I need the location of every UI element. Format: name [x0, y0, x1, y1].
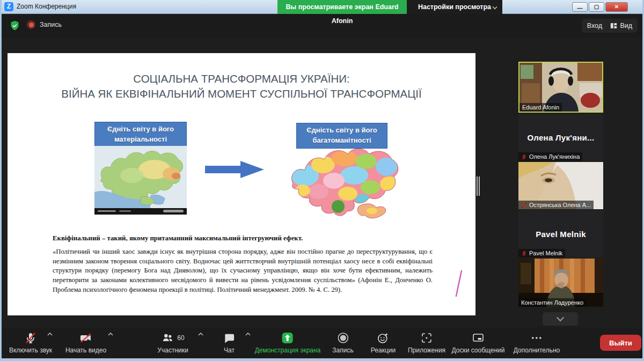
viewing-screen-banner: Вы просматриваете экран Eduard Afonin [277, 0, 407, 14]
participant-name-label: Острянська Олена А... [518, 201, 594, 209]
whiteboard-icon [472, 331, 485, 344]
whiteboards-button[interactable]: Доски сообщений [451, 331, 504, 354]
apps-label: Приложения [408, 347, 445, 354]
view-settings-label: Настройки просмотра [418, 3, 491, 11]
share-screen-icon [281, 331, 294, 344]
chevron-down-icon [557, 314, 564, 321]
ukraine-physical-map [94, 146, 187, 215]
video-tile-pavel-melnik[interactable]: Pavel Melnik Pavel Melnik [518, 210, 603, 257]
slide-title: СОЦІАЛЬНА ТРАНСФОРМАЦІЯ УКРАЇНИ: ВІЙНА Я… [8, 71, 475, 101]
view-button[interactable]: Вид [605, 19, 638, 33]
chat-button[interactable]: Чат [223, 331, 236, 354]
whiteboards-label: Доски сообщений [451, 347, 504, 354]
login-label: Вход [587, 19, 602, 33]
window-border-bottom [0, 358, 644, 361]
gallery-view-icon [610, 23, 617, 29]
reactions-icon [377, 331, 390, 344]
audio-options-caret[interactable] [47, 332, 53, 336]
more-button[interactable]: Дополнительно [514, 331, 560, 354]
zoom-app-icon: Z [4, 2, 13, 11]
record-icon [336, 331, 349, 344]
zoom-window: Z Zoom Конференция Вы просматриваете экр… [0, 0, 644, 361]
reactions-button[interactable]: Реакции [371, 331, 396, 354]
start-video-label: Начать видео [65, 347, 106, 354]
participants-count: 60 [177, 334, 184, 342]
window-title: Zoom Конференция [17, 3, 76, 10]
meeting-header: Запись Вход Вид [0, 14, 644, 38]
minimize-button[interactable]: — [572, 2, 588, 12]
slide-title-line2: ВІЙНА ЯК ЕКВІФІНАЛЬНИЙ МОМЕНТ СУСПІЛЬНОЇ… [8, 86, 475, 101]
participant-name-text: Острянська Олена А... [529, 202, 591, 208]
shared-screen-slide: СОЦІАЛЬНА ТРАНСФОРМАЦІЯ УКРАЇНИ: ВІЙНА Я… [8, 53, 475, 315]
apps-icon [420, 331, 433, 344]
muted-mic-icon [521, 251, 527, 256]
recording-label: Запись [40, 21, 62, 28]
recording-indicator[interactable]: Запись [27, 20, 62, 29]
slide-definition: Еквіфінальний – такий, якому притаманний… [53, 234, 433, 242]
ukraine-regions-map [284, 142, 406, 225]
bottom-toolbar: Включить звук Начать видео [0, 327, 644, 358]
maximize-button[interactable]: ▢ [589, 2, 604, 12]
view-label: Вид [620, 19, 632, 33]
leave-meeting-button[interactable]: Выйти [600, 335, 641, 351]
meeting-main-area: СОЦІАЛЬНА ТРАНСФОРМАЦІЯ УКРАЇНИ: ВІЙНА Я… [0, 38, 644, 327]
share-screen-button[interactable]: Демонстрация экрана [255, 331, 321, 354]
start-video-button[interactable]: Начать видео [65, 331, 106, 354]
video-options-caret[interactable] [107, 332, 114, 336]
apps-button[interactable]: Приложения [408, 331, 445, 354]
participant-name-label: Олена Лук'янихіна [518, 152, 582, 161]
video-tile-konstantin-ladurenko[interactable]: Константин Ладуренко [518, 259, 603, 307]
window-border-left [0, 0, 2, 361]
transformation-arrow [205, 160, 264, 179]
chat-options-caret[interactable] [245, 332, 251, 336]
slide-title-line1: СОЦІАЛЬНА ТРАНСФОРМАЦІЯ УКРАЇНИ: [8, 71, 475, 86]
muted-mic-icon [521, 154, 527, 160]
titlebar: Z Zoom Конференция Вы просматриваете экр… [0, 0, 644, 14]
reactions-label: Реакции [371, 347, 396, 354]
participant-name-label: Eduard Afonin [519, 103, 562, 112]
login-button[interactable]: Вход [582, 19, 608, 33]
record-dot-icon [27, 20, 35, 29]
panel-resize-handle[interactable] [477, 176, 480, 196]
more-dots-icon [530, 331, 543, 344]
participants-options-caret[interactable] [197, 332, 204, 336]
chat-icon [223, 332, 236, 344]
muted-mic-icon [521, 202, 527, 208]
annotation-pen-mark [453, 269, 465, 298]
unmute-button[interactable]: Включить звук [9, 331, 52, 354]
security-shield-icon[interactable] [9, 20, 20, 31]
participants-icon [161, 331, 174, 344]
video-tile-ostrianska-olena[interactable]: Острянська Олена А... [518, 162, 603, 209]
video-tile-olena-lukianykhina[interactable]: Олена Лук'яни... Олена Лук'янихіна [518, 114, 603, 161]
slide-quote: «Політичний чи інший хаос завжди існує я… [53, 247, 433, 294]
participants-button[interactable]: 60 Участники [157, 331, 188, 354]
video-off-icon [79, 331, 93, 344]
record-label: Запись [332, 347, 353, 354]
chevron-down-icon [492, 4, 497, 9]
left-map-caption: Єдніть світу в його матеріальності [94, 122, 187, 148]
view-settings-button[interactable]: Настройки просмотра [407, 0, 502, 14]
record-button[interactable]: Запись [332, 331, 353, 354]
muted-mic-icon [24, 331, 37, 344]
participants-label: Участники [157, 347, 188, 354]
chat-label: Чат [224, 347, 235, 354]
window-controls: — ▢ ✕ [571, 2, 628, 12]
more-label: Дополнительно [514, 347, 560, 354]
participants-scroll-down-button[interactable] [543, 312, 578, 326]
participant-name-label: Pavel Melnik [518, 249, 565, 257]
participant-name-text: Pavel Melnik [529, 250, 562, 256]
share-screen-label: Демонстрация экрана [255, 347, 321, 354]
video-tile-eduard-afonin[interactable]: Eduard Afonin [518, 62, 603, 113]
participant-name-label: Константин Ладуренко [518, 298, 586, 307]
participant-name-text: Олена Лук'янихіна [529, 153, 580, 160]
unmute-label: Включить звук [9, 347, 52, 354]
close-button[interactable]: ✕ [605, 2, 628, 12]
